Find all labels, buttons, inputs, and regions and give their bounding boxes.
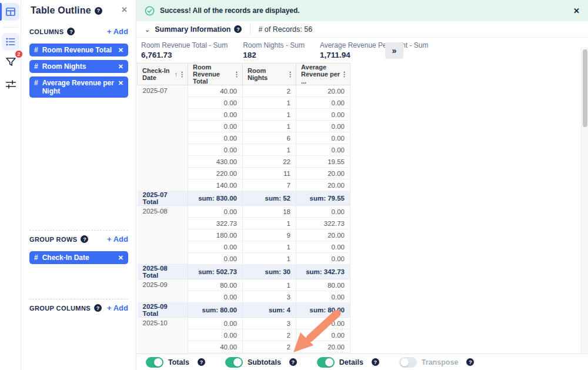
details-toggle[interactable]: Details? [317, 357, 379, 368]
field-chip[interactable]: #Room Revenue Total✕ [29, 44, 128, 56]
panel-title: Table Outline [31, 5, 91, 16]
banner-close-icon[interactable]: ✕ [573, 6, 580, 15]
value-cell: 0.00 [188, 109, 243, 121]
field-chip-label: Room Nights [42, 62, 115, 71]
value-cell: 430.00 [188, 156, 243, 168]
toggle-help-icon[interactable]: ? [198, 358, 205, 366]
toggle-switch[interactable] [146, 357, 163, 368]
value-cell: 11 [243, 168, 296, 179]
value-cell: 20.00 [296, 341, 350, 353]
toggle-switch[interactable] [399, 357, 417, 368]
value-cell: 40.00 [188, 85, 243, 97]
add-field-button[interactable]: + Add [107, 27, 128, 36]
subtotals-toggle[interactable]: Subtotals? [225, 357, 297, 368]
banner-message: Success! All of the records are displaye… [160, 6, 300, 15]
settings-sliders-button[interactable] [2, 75, 19, 93]
value-cell: 0.00 [296, 97, 350, 109]
column-header[interactable]: Check-In Date↑⋮ [138, 64, 188, 85]
value-cell: 22 [243, 156, 296, 168]
toggle-help-icon[interactable]: ? [372, 358, 379, 366]
vertical-scrollbar[interactable] [581, 47, 588, 353]
section-help-icon[interactable]: ? [81, 235, 88, 243]
value-cell: 0.00 [188, 291, 243, 303]
value-cell: 0.00 [188, 318, 243, 329]
expand-stats-button[interactable]: » [385, 42, 403, 59]
rail-separator [3, 27, 18, 28]
value-cell: 3 [243, 318, 296, 329]
summary-title[interactable]: Summary Information [155, 25, 230, 34]
toggle-help-icon[interactable]: ? [289, 358, 297, 366]
remove-field-icon[interactable]: ✕ [118, 46, 123, 54]
column-header-label: Check-In Date [142, 67, 173, 81]
value-cell: 19.55 [296, 156, 350, 168]
column-header[interactable]: Room Nights⋮ [243, 64, 296, 85]
value-cell: 0.00 [296, 253, 350, 265]
column-menu-icon[interactable]: ⋮ [341, 71, 348, 78]
stat-value: 182 [243, 51, 305, 59]
toggle-switch[interactable] [225, 357, 243, 368]
value-cell: 1 [243, 109, 296, 121]
table-row: 2025-100.0030.00 [138, 318, 350, 329]
toggle-knob [233, 358, 242, 366]
stat-value: 6,761.73 [141, 51, 228, 59]
field-chip[interactable]: #Average Revenue per Night✕ [29, 76, 128, 98]
remove-field-icon[interactable]: ✕ [118, 254, 123, 262]
table-outline-panel: Table Outline ? ✕ COLUMNS?+ Add#Room Rev… [21, 0, 136, 370]
transpose-toggle[interactable]: Transpose? [399, 357, 475, 368]
toggle-switch[interactable] [317, 357, 335, 368]
value-cell: 0.00 [188, 97, 243, 109]
column-menu-icon[interactable]: ⋮ [287, 71, 293, 78]
close-panel-icon[interactable]: ✕ [121, 5, 128, 14]
value-cell: 2 [243, 85, 296, 97]
value-cell: 80.00 [188, 279, 243, 291]
remove-field-icon[interactable]: ✕ [118, 62, 123, 71]
section-label: COLUMNS [29, 28, 64, 35]
stat-label: Room Nights - Sum [243, 41, 305, 49]
success-banner: Success! All of the records are displaye… [136, 0, 588, 21]
section-label: GROUP COLUMNS [29, 305, 91, 312]
column-header[interactable]: Room Revenue Total⋮ [188, 64, 243, 85]
table-row: 2025-080.00180.00 [138, 206, 350, 218]
numeric-field-icon: # [34, 254, 38, 262]
subtotal-value-cell: sum: 830.00 [188, 191, 243, 206]
table-outline-button[interactable] [2, 33, 19, 51]
records-count: # of Records: 56 [258, 25, 312, 34]
value-cell: 0.00 [296, 144, 350, 156]
main-content: Success! All of the records are displaye… [136, 0, 588, 370]
value-cell: 322.73 [188, 218, 243, 229]
outline-list-icon [5, 36, 16, 48]
remove-field-icon[interactable]: ✕ [118, 79, 123, 87]
summary-help-icon[interactable]: ? [234, 25, 242, 33]
section-help-icon[interactable]: ? [67, 28, 75, 35]
subtotal-value-cell: sum: 342.73 [296, 265, 350, 279]
scrollbar-thumb[interactable] [583, 49, 587, 127]
toggle-knob [325, 358, 333, 366]
group-label-cell: 2025-09 [138, 279, 188, 303]
field-chip[interactable]: #Check-In Date✕ [29, 251, 128, 264]
column-menu-icon[interactable]: ⋮ [233, 71, 240, 78]
group-label-cell: 2025-07 [138, 85, 188, 191]
totals-toggle[interactable]: Totals? [146, 357, 205, 368]
sort-ascending-icon[interactable]: ↑ [175, 71, 178, 78]
value-cell: 0.00 [188, 206, 243, 218]
value-cell: 140.00 [188, 179, 243, 191]
summary-information-bar: ⌄ Summary Information ? # of Records: 56 [136, 21, 588, 38]
icon-rail: 2 [0, 0, 21, 370]
bottom-toolbar: Totals?Subtotals?Details?Transpose? [136, 354, 588, 370]
stat-label: Room Revenue Total - Sum [141, 41, 228, 49]
table-view-button[interactable] [2, 3, 19, 21]
column-menu-icon[interactable]: ⋮ [179, 71, 185, 78]
filters-button[interactable]: 2 [2, 53, 19, 71]
add-field-button[interactable]: + Add [107, 304, 128, 312]
add-field-button[interactable]: + Add [107, 235, 128, 244]
section-help-icon[interactable]: ? [94, 304, 102, 312]
collapse-chevron-icon[interactable]: ⌄ [145, 27, 150, 32]
value-cell: 1 [243, 144, 296, 156]
field-chip[interactable]: #Room Nights✕ [29, 60, 128, 73]
help-icon[interactable]: ? [95, 7, 102, 15]
column-header[interactable]: Average Revenue per ...⋮ [296, 64, 350, 85]
value-cell: 0.00 [188, 144, 243, 156]
stat-label: Average Revenue Per Night - Sum [320, 41, 429, 49]
subtotal-value-cell: sum: 30 [243, 265, 296, 279]
toggle-help-icon[interactable]: ? [466, 358, 474, 366]
